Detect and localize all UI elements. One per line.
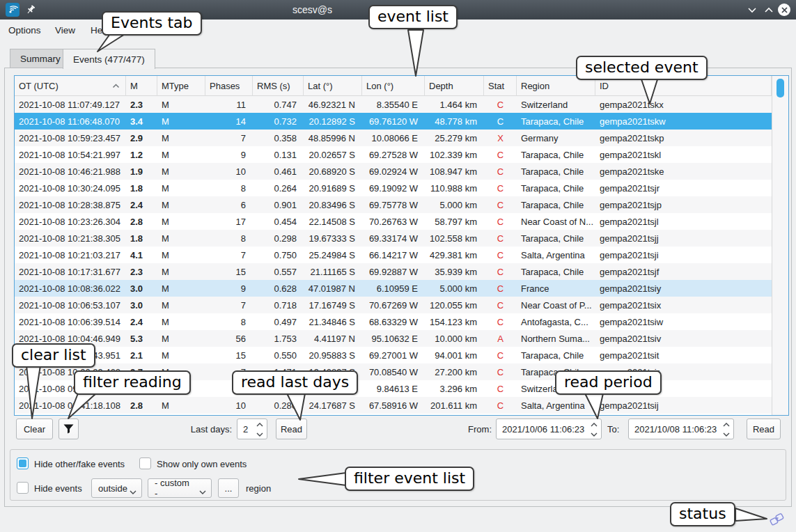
column-header-ot[interactable]: OT (UTC) (15, 76, 126, 96)
clear-button-label: Clear (24, 424, 45, 435)
cell-lat: 21.11165 S (304, 263, 362, 280)
show-own-checkbox[interactable] (139, 457, 151, 469)
column-header-label: RMS (s) (257, 81, 290, 91)
column-header-label: OT (UTC) (19, 81, 58, 91)
region-preset-dropdown[interactable]: - custom - (148, 478, 212, 498)
table-row[interactable]: 2021-10-08 10:59:23.4572.9M70.35848.8599… (15, 130, 772, 146)
table-row[interactable]: 2021-10-08 10:46:21.9881.9M100.46120.689… (15, 163, 772, 180)
column-header-lat[interactable]: Lat (°) (304, 76, 362, 96)
hide-events-checkbox[interactable] (17, 482, 29, 494)
pin-icon[interactable] (25, 4, 36, 15)
minimize-button[interactable] (745, 3, 759, 17)
column-header-lon[interactable]: Lon (°) (362, 76, 425, 96)
cell-m: 1.2 (126, 146, 157, 163)
table-row[interactable]: 2021-10-08 10:17:31.6772.3M150.55721.111… (15, 263, 772, 280)
cell-depth: 27.200 km (425, 363, 484, 380)
cell-rms: 0.550 (253, 347, 304, 363)
cell-stat: C (484, 146, 517, 163)
vertical-scrollbar[interactable] (772, 76, 788, 415)
cell-lon: 69.19092 W (362, 180, 425, 196)
sort-ascending-icon (112, 84, 120, 88)
spin-arrows-icon[interactable] (256, 422, 264, 437)
table-row[interactable]: 2021-10-08 10:06:39.5142.4M80.49721.3484… (15, 313, 772, 330)
clear-button[interactable]: Clear (16, 418, 53, 439)
table-row[interactable]: 2021-10-08 10:03:43.9512.1M150.55020.958… (15, 347, 772, 363)
tab-events[interactable]: Events (477/477) (63, 49, 155, 69)
close-button[interactable] (777, 3, 791, 17)
cell-m: 2.3 (126, 263, 157, 280)
table-row[interactable]: 2021-10-08 10:21:38.3051.8M80.29819.6733… (15, 230, 772, 247)
callout-status: status (670, 502, 735, 526)
table-row[interactable]: 2021-10-08 11:06:48.0703.4M140.73220.128… (15, 113, 772, 130)
column-header-depth[interactable]: Depth (425, 76, 484, 96)
table-row[interactable]: 2021-10-08 10:04:46.9495.3M561.7534.4119… (15, 330, 772, 347)
cell-phases: 6 (205, 196, 253, 213)
cell-depth: 201.611 km (425, 397, 484, 414)
filter-reading-button[interactable] (58, 418, 79, 439)
cell-lon: 69.33174 W (362, 230, 425, 247)
cell-stat: C (484, 113, 517, 130)
cell-ot: 2021-10-08 10:23:26.304 (15, 213, 126, 230)
table-row[interactable]: 2021-10-08 10:28:38.8752.4M60.90120.8349… (15, 196, 772, 213)
read-days-button[interactable]: Read (276, 418, 307, 439)
read-period-button[interactable]: Read (747, 418, 781, 439)
cell-phases: 7 (205, 247, 253, 263)
table-row[interactable]: 2021-10-08 10:54:21.9971.2M90.13120.0265… (15, 146, 772, 163)
cell-id: gempa2021tskw (595, 113, 772, 130)
cell-stat: C (484, 213, 517, 230)
cell-mtype: M (157, 163, 205, 180)
region-more-button[interactable]: ... (218, 478, 239, 498)
column-header-rms[interactable]: RMS (s) (253, 76, 304, 96)
cell-lon: 66.14217 W (362, 247, 425, 263)
cell-lon: 6.10959 E (362, 280, 425, 297)
tab-summary[interactable]: Summary (10, 49, 71, 68)
last-days-spinbox[interactable]: 2 (237, 418, 267, 439)
cell-lon: 8.35540 E (362, 96, 425, 113)
table-row[interactable]: 2021-10-08 11:07:49.1272.3M110.74746.923… (15, 96, 772, 113)
cell-m: 2.4 (126, 313, 157, 330)
cell-depth: 110.988 km (425, 180, 484, 196)
spin-arrows-icon[interactable] (722, 422, 731, 437)
cell-depth: 429.381 km (425, 247, 484, 263)
cell-mtype: M (157, 213, 205, 230)
cell-stat: C (484, 247, 517, 263)
column-header-phases[interactable]: Phases (205, 76, 253, 96)
table-row[interactable]: 2021-10-08 09:41:18.1082.8M100.28024.176… (15, 397, 772, 414)
menu-view[interactable]: View (55, 25, 75, 36)
read-days-button-label: Read (281, 424, 302, 435)
event-table-body: 2021-10-08 11:07:49.1272.3M110.74746.923… (15, 96, 772, 414)
cell-id: gempa2021tsiw (595, 313, 772, 330)
hide-other-label: Hide other/fake events (34, 453, 125, 474)
cell-ot: 2021-10-08 10:28:38.875 (15, 196, 126, 213)
cell-m: 2.8 (126, 397, 157, 414)
cell-mtype: M (157, 196, 205, 213)
column-header-stat[interactable]: Stat (484, 76, 517, 96)
column-header-label: Lon (°) (366, 81, 393, 91)
column-header-m[interactable]: M (126, 76, 157, 96)
table-row[interactable]: 2021-10-08 10:06:53.1073.0M70.71817.1674… (15, 297, 772, 313)
cell-mtype: M (157, 146, 205, 163)
hide-other-checkbox[interactable] (17, 457, 29, 469)
scope-dropdown[interactable]: outside (91, 478, 142, 498)
cell-lat: 46.92321 N (304, 96, 362, 113)
scrollbar-thumb[interactable] (777, 79, 784, 97)
cell-lat: 20.12892 S (304, 113, 362, 130)
table-row[interactable]: 2021-10-08 10:30:24.0951.8M80.26420.9168… (15, 180, 772, 196)
menu-options[interactable]: Options (8, 25, 41, 36)
table-row[interactable]: 2021-10-08 10:23:26.3042.8M170.45422.145… (15, 213, 772, 230)
column-header-label: Lat (°) (308, 81, 333, 91)
cell-mtype: M (157, 280, 205, 297)
column-header-mtype[interactable]: MType (157, 76, 205, 96)
tab-summary-label: Summary (20, 54, 61, 64)
from-datetime-field[interactable]: 2021/10/06 11:06:23 (496, 418, 602, 439)
to-datetime-field[interactable]: 2021/10/08 11:06:23 (628, 418, 734, 439)
cell-lat: 47.01987 N (304, 280, 362, 297)
spin-arrows-icon[interactable] (590, 422, 598, 437)
cell-depth: 94.001 km (425, 347, 484, 363)
maximize-button[interactable] (762, 3, 776, 17)
cell-ot: 2021-10-08 11:07:49.127 (15, 96, 126, 113)
cell-phases: 11 (205, 96, 253, 113)
table-row[interactable]: 2021-10-08 10:08:36.0223.0M90.62847.0198… (15, 280, 772, 297)
table-row[interactable]: 2021-10-08 10:21:03.2174.1M70.75025.2498… (15, 247, 772, 263)
cell-region: Tarapaca, Chile (517, 347, 595, 363)
